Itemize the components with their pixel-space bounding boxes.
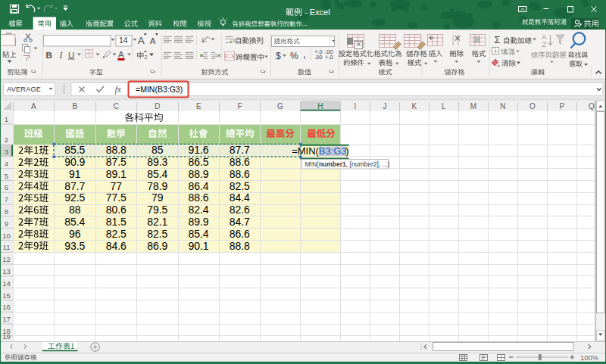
svg-text:16: 16 <box>2 303 11 311</box>
svg-text:M: M <box>470 102 476 110</box>
svg-text:82.6: 82.6 <box>230 204 250 216</box>
svg-text:79.5: 79.5 <box>147 204 167 216</box>
svg-text:L: L <box>442 102 446 110</box>
svg-text:84.7: 84.7 <box>230 216 250 228</box>
svg-text:E: E <box>196 102 201 110</box>
svg-text:85.4: 85.4 <box>188 228 208 240</box>
svg-text:78.9: 78.9 <box>147 180 167 192</box>
svg-text:I: I <box>355 102 357 110</box>
svg-text:87.5: 87.5 <box>106 156 127 168</box>
svg-text:7: 7 <box>5 195 8 204</box>
svg-text:86.5: 86.5 <box>188 156 208 168</box>
svg-text:G: G <box>277 102 283 110</box>
svg-text:85: 85 <box>152 144 164 156</box>
svg-text:C: C <box>114 102 119 110</box>
svg-text:85.4: 85.4 <box>147 168 167 180</box>
svg-text:B: B <box>46 51 52 60</box>
svg-text:14: 14 <box>2 279 11 288</box>
svg-text:MIN(number1, [number2], ...): MIN(number1, [number2], ...) <box>305 160 390 168</box>
svg-text:AVERAGE: AVERAGE <box>7 86 41 93</box>
svg-text:$: $ <box>276 51 281 61</box>
svg-text:1: 1 <box>5 115 8 123</box>
svg-text:5: 5 <box>5 172 8 180</box>
svg-text:89.3: 89.3 <box>147 156 167 168</box>
svg-text:87.7: 87.7 <box>64 180 85 192</box>
svg-text:91: 91 <box>69 168 81 180</box>
svg-text:10: 10 <box>2 232 11 240</box>
svg-text:88.6: 88.6 <box>230 168 250 180</box>
svg-text:Σ: Σ <box>495 34 501 45</box>
svg-text:%: % <box>290 51 298 61</box>
svg-text:,: , <box>303 48 306 60</box>
svg-text:2: 2 <box>145 54 148 61</box>
svg-text:100%: 100% <box>580 353 599 362</box>
svg-text:84.4: 84.4 <box>230 191 250 204</box>
svg-text:.00: .00 <box>314 54 322 61</box>
svg-text:O: O <box>529 102 536 110</box>
svg-text:92.5: 92.5 <box>64 191 85 204</box>
svg-text:82.4: 82.4 <box>188 204 208 216</box>
svg-text:=MIN(: =MIN( <box>292 145 319 157</box>
svg-text:89.1: 89.1 <box>106 168 127 180</box>
svg-text:77: 77 <box>110 180 122 192</box>
svg-text:K: K <box>412 102 417 110</box>
svg-text:F: F <box>237 102 242 110</box>
svg-text:77.5: 77.5 <box>106 191 127 204</box>
svg-text:A: A <box>118 50 124 59</box>
svg-text:82.5: 82.5 <box>230 180 250 192</box>
svg-text:82.5: 82.5 <box>147 228 167 240</box>
svg-text:...: ... <box>301 20 308 27</box>
svg-text:86.6: 86.6 <box>230 228 250 240</box>
svg-text:9: 9 <box>5 219 8 228</box>
svg-text:12: 12 <box>2 255 11 263</box>
svg-text:82.5: 82.5 <box>106 228 127 240</box>
svg-text:J: J <box>383 102 386 110</box>
svg-text:A: A <box>542 33 547 41</box>
svg-text:80.6: 80.6 <box>106 204 127 216</box>
svg-text:91.6: 91.6 <box>188 144 208 156</box>
svg-text:4: 4 <box>5 160 8 168</box>
svg-text:88.8: 88.8 <box>106 144 127 156</box>
svg-text:88.8: 88.8 <box>230 240 250 252</box>
svg-text:87.7: 87.7 <box>230 144 250 156</box>
svg-text:79: 79 <box>152 191 164 204</box>
svg-text:D: D <box>155 102 160 110</box>
svg-text:Z: Z <box>542 41 547 48</box>
svg-text:88.9: 88.9 <box>188 168 208 180</box>
svg-text:84.6: 84.6 <box>106 240 127 252</box>
svg-text:81.5: 81.5 <box>106 216 127 228</box>
svg-text:93.5: 93.5 <box>64 240 85 252</box>
svg-text:A: A <box>150 36 156 45</box>
svg-text:85.4: 85.4 <box>64 216 85 228</box>
svg-text:17: 17 <box>2 315 11 323</box>
svg-text:H: H <box>317 102 323 110</box>
svg-text:15: 15 <box>2 291 11 300</box>
svg-text:90.1: 90.1 <box>188 240 208 252</box>
svg-text:=MIN(B3:G3): =MIN(B3:G3) <box>136 85 183 94</box>
svg-text:B3:G3: B3:G3 <box>319 145 347 157</box>
svg-text:6: 6 <box>5 183 8 191</box>
svg-text:14: 14 <box>119 36 128 45</box>
svg-text:88.6: 88.6 <box>188 191 208 204</box>
svg-text:+.0: +.0 <box>325 54 333 61</box>
svg-text:Q: Q <box>589 102 595 110</box>
svg-text:82.1: 82.1 <box>147 216 167 228</box>
svg-text:88.6: 88.6 <box>230 156 250 168</box>
svg-text:P: P <box>560 102 565 110</box>
svg-text:fx: fx <box>115 84 122 95</box>
svg-text:3: 3 <box>5 148 8 156</box>
svg-text:11: 11 <box>3 243 11 251</box>
svg-text:96: 96 <box>69 228 81 240</box>
svg-text:86.4: 86.4 <box>188 180 208 192</box>
svg-text:85.5: 85.5 <box>64 144 85 156</box>
svg-text:90.9: 90.9 <box>64 156 85 168</box>
svg-text:86.9: 86.9 <box>147 240 167 252</box>
svg-text:A: A <box>138 35 145 46</box>
svg-text:N: N <box>500 102 505 110</box>
svg-text:2: 2 <box>5 135 8 144</box>
svg-text:13: 13 <box>2 267 11 275</box>
svg-text:88: 88 <box>69 204 81 216</box>
svg-text:U: U <box>68 51 74 60</box>
svg-text:8: 8 <box>5 207 8 216</box>
svg-text:B: B <box>72 102 77 110</box>
